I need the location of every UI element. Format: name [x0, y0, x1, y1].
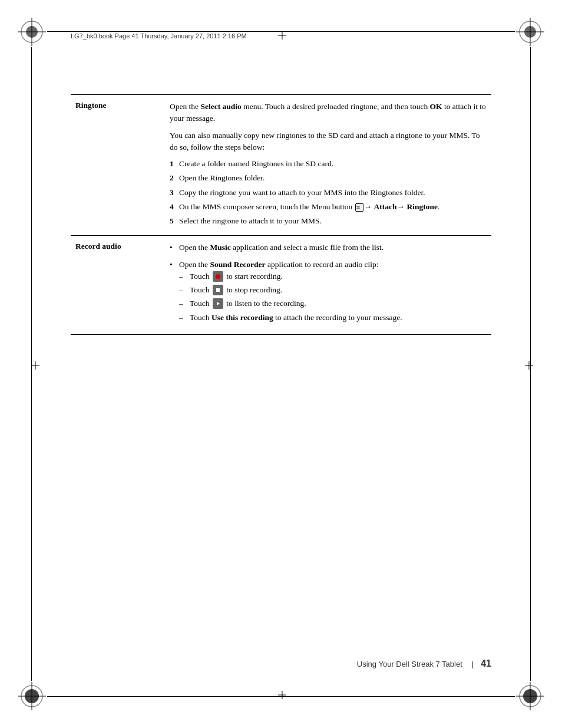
page: LG7_bk0.book Page 41 Thursday, January 2… — [0, 0, 562, 728]
footer-text: Using Your Dell Streak 7 Tablet — [357, 660, 462, 668]
header-meta: LG7_bk0.book Page 41 Thursday, January 2… — [71, 32, 247, 39]
touch-label-stop: Touch — [190, 284, 211, 296]
content-table: Ringtone Open the Select audio menu. Tou… — [71, 94, 491, 335]
touch-label-record: Touch — [190, 271, 211, 282]
main-content: Ringtone Open the Select audio menu. Tou… — [71, 94, 491, 634]
svg-marker-18 — [217, 302, 220, 305]
touch-label-use: Touch Use this recording to attach the r… — [190, 312, 402, 324]
bullet-music: Open the Music application and select a … — [170, 242, 487, 253]
play-icon-btn — [213, 298, 223, 309]
corner-tl — [18, 18, 46, 46]
footer-page-number: 41 — [481, 658, 491, 669]
corner-tr — [516, 18, 544, 46]
step-3: 3 Copy the ringtone you want to attach t… — [170, 187, 487, 199]
step-4: 4 On the MMS composer screen, touch the … — [170, 201, 487, 213]
dash-record: – Touch to start recording. — [179, 271, 487, 282]
record-audio-label: Record audio — [71, 236, 165, 335]
record-icon-btn — [213, 271, 223, 282]
step-5: 5 Select the ringtone to attach it to yo… — [170, 215, 487, 227]
ringtone-para-2: You can also manually copy new ringtones… — [170, 130, 487, 154]
crosshair-mid-top — [278, 31, 284, 37]
crosshair-mid-left — [31, 361, 37, 367]
footer: Using Your Dell Streak 7 Tablet | 41 — [71, 658, 491, 669]
record-audio-content: Open the Music application and select a … — [165, 236, 491, 335]
record-audio-row: Record audio Open the Music application … — [71, 236, 491, 335]
record-audio-bullets: Open the Music application and select a … — [170, 242, 487, 324]
ringtone-para-1: Open the Select audio menu. Touch a desi… — [170, 101, 487, 125]
stop-icon-btn — [213, 285, 223, 295]
step-1: 1 Create a folder named Ringtones in the… — [170, 158, 487, 170]
svg-rect-17 — [216, 288, 220, 292]
ringtone-row: Ringtone Open the Select audio menu. Tou… — [71, 95, 491, 236]
touch-label-play: Touch — [190, 298, 211, 309]
dash-items: – Touch to start recording. — [179, 271, 487, 324]
dash-use-recording: – Touch Use this recording to attach the… — [179, 312, 487, 324]
bullet-sound-recorder: Open the Sound Recorder application to r… — [170, 259, 487, 324]
menu-icon — [355, 203, 363, 212]
ringtone-label: Ringtone — [71, 95, 165, 236]
ringtone-content: Open the Select audio menu. Touch a desi… — [165, 95, 491, 236]
svg-point-16 — [216, 274, 220, 279]
dash-stop: – Touch to stop recording. — [179, 284, 487, 296]
step-2: 2 Open the Ringtones folder. — [170, 172, 487, 184]
dash-play: – Touch to listen to the recording. — [179, 298, 487, 309]
footer-separator: | — [472, 660, 474, 668]
corner-bl — [18, 682, 46, 710]
crosshair-mid-right — [525, 361, 531, 367]
crosshair-mid-bottom — [278, 691, 284, 697]
corner-br — [516, 682, 544, 710]
